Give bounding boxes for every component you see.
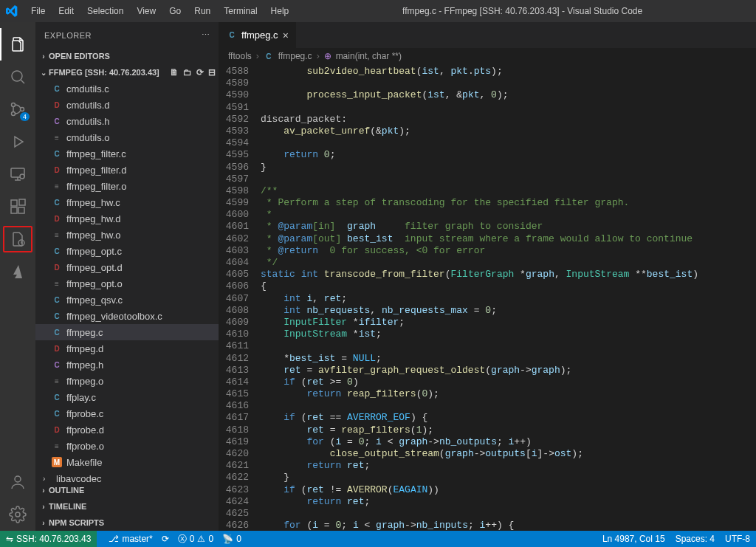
file-ffmpeg-d[interactable]: Dffmpeg.d <box>35 340 219 357</box>
file-ffmpeg_hw-o[interactable]: ≡ffmpeg_hw.o <box>35 227 219 243</box>
menu-run[interactable]: Run <box>188 3 216 19</box>
activity-settings[interactable] <box>0 498 35 531</box>
file-label: ffprobe.d <box>66 424 104 436</box>
d-file-icon: D <box>52 213 62 224</box>
d-file-icon: D <box>52 424 62 435</box>
tab-label: ffmpeg.c <box>241 30 278 41</box>
breadcrumb[interactable]: fftools › C ffmpeg.c › ⊕ main(int, char … <box>219 48 756 64</box>
chevron-down-icon: ⌄ <box>38 69 49 77</box>
svg-rect-7 <box>11 207 17 213</box>
file-ffmpeg_filter-o[interactable]: ≡ffmpeg_filter.o <box>35 178 219 194</box>
status-spaces[interactable]: Spaces: 4 <box>676 534 715 544</box>
close-icon[interactable]: × <box>283 30 289 41</box>
section-outline[interactable]: › OUTLINE <box>35 482 219 498</box>
file-cmdutils-h[interactable]: Ccmdutils.h <box>35 113 219 129</box>
line-gutter: 4588458945904591459245934594459545964597… <box>219 64 261 531</box>
menu-help[interactable]: Help <box>265 3 295 19</box>
section-project[interactable]: ⌄ FFMPEG [SSH: 40.76.203.43] 🗎 🗀 ⟳ ⊟ <box>35 64 219 80</box>
menu-go[interactable]: Go <box>163 3 187 19</box>
status-bar: ⇋ SSH: 40.76.203.43 ⎇ master* ⟳ ⓧ0 ⚠0 📡0… <box>0 531 756 547</box>
breadcrumb-file[interactable]: ffmpeg.c <box>278 51 312 61</box>
file-label: ffmpeg_opt.o <box>66 278 123 289</box>
file-label: ffmpeg.d <box>66 343 103 354</box>
activity-explorer[interactable] <box>0 28 35 61</box>
section-timeline[interactable]: › TIMELINE <box>35 498 219 515</box>
menu-view[interactable]: View <box>131 3 162 19</box>
section-npm-scripts[interactable]: › NPM SCRIPTS <box>35 515 219 531</box>
tab-ffmpeg-c[interactable]: C ffmpeg.c × <box>219 22 297 48</box>
chevron-right-icon: › <box>38 503 49 511</box>
object-file-icon: ≡ <box>52 230 62 240</box>
status-ln-col[interactable]: Ln 4987, Col 15 <box>602 534 665 544</box>
activity-extensions[interactable] <box>0 190 35 223</box>
file-cmdutils-o[interactable]: ≡cmdutils.o <box>35 129 219 145</box>
file-label: ffprobe.c <box>66 408 103 419</box>
chevron-right-icon: › <box>43 475 52 483</box>
status-ports[interactable]: 📡0 <box>222 534 241 544</box>
folder-libavcodec[interactable]: ›libavcodec <box>35 470 219 482</box>
file-ffmpeg_filter-d[interactable]: Dffmpeg_filter.d <box>35 162 219 178</box>
menu-edit[interactable]: Edit <box>52 3 80 19</box>
h-file-icon: C <box>52 116 62 126</box>
title-bar: File Edit Selection View Go Run Terminal… <box>0 0 756 22</box>
activity-settings-sync[interactable] <box>0 223 35 255</box>
chevron-right-icon: › <box>38 52 49 61</box>
chevron-right-icon: › <box>38 519 49 527</box>
c-file-icon: C <box>52 327 62 337</box>
file-ffmpeg_hw-c[interactable]: Cffmpeg_hw.c <box>35 194 219 210</box>
new-file-icon[interactable]: 🗎 <box>170 67 179 78</box>
status-branch[interactable]: ⎇ master* <box>109 534 152 544</box>
file-ffprobe-o[interactable]: ≡ffprobe.o <box>35 438 219 454</box>
activity-remote-explorer[interactable] <box>0 158 35 190</box>
error-icon: ⓧ <box>178 533 187 546</box>
file-ffplay-c[interactable]: Cffplay.c <box>35 389 219 405</box>
section-open-editors[interactable]: › OPEN EDITORS <box>35 48 219 64</box>
status-encoding[interactable]: UTF-8 <box>725 534 750 544</box>
remote-icon: ⇋ <box>6 534 13 544</box>
file-cmdutils-c[interactable]: Ccmdutils.c <box>35 80 219 97</box>
refresh-icon[interactable]: ⟳ <box>196 67 204 78</box>
status-problems[interactable]: ⓧ0 ⚠0 <box>178 533 213 546</box>
file-tree[interactable]: Ccmdutils.cDcmdutils.dCcmdutils.h≡cmduti… <box>35 80 219 482</box>
file-label: ffmpeg_hw.o <box>66 230 120 241</box>
file-ffprobe-c[interactable]: Cffprobe.c <box>35 405 219 422</box>
activity-azure[interactable] <box>0 255 35 288</box>
file-ffmpeg_hw-d[interactable]: Dffmpeg_hw.d <box>35 210 219 227</box>
menu-terminal[interactable]: Terminal <box>218 3 263 19</box>
file-ffmpeg_videotoolbox-c[interactable]: Cffmpeg_videotoolbox.c <box>35 308 219 324</box>
status-sync[interactable]: ⟳ <box>162 534 169 544</box>
breadcrumb-symbol[interactable]: main(int, char **) <box>336 51 402 61</box>
file-label: ffprobe.o <box>66 441 104 452</box>
activity-scm[interactable]: 4 <box>0 93 35 125</box>
file-ffmpeg-o[interactable]: ≡ffmpeg.o <box>35 373 219 389</box>
file-ffmpeg-c[interactable]: Cffmpeg.c <box>35 324 219 340</box>
file-ffprobe-d[interactable]: Dffprobe.d <box>35 422 219 438</box>
sidebar-more-icon[interactable]: ⋯ <box>202 30 210 40</box>
code-content[interactable]: sub2video_heartbeat(ist, pkt.pts); proce… <box>261 64 756 531</box>
status-remote[interactable]: ⇋ SSH: 40.76.203.43 <box>0 531 97 547</box>
menu-selection[interactable]: Selection <box>81 3 129 19</box>
sidebar-title: EXPLORER <box>44 31 92 40</box>
d-file-icon: D <box>52 262 62 272</box>
file-ffmpeg_filter-c[interactable]: Cffmpeg_filter.c <box>35 145 219 162</box>
activity-accounts[interactable] <box>0 466 35 498</box>
file-ffmpeg-h[interactable]: Cffmpeg.h <box>35 357 219 373</box>
outline-label: OUTLINE <box>49 486 84 495</box>
new-folder-icon[interactable]: 🗀 <box>183 67 192 78</box>
activity-run-debug[interactable] <box>0 125 35 158</box>
menu-file[interactable]: File <box>25 3 51 19</box>
breadcrumb-folder[interactable]: fftools <box>228 51 252 61</box>
file-label: ffmpeg_filter.o <box>66 181 126 192</box>
activity-search[interactable] <box>0 61 35 93</box>
code-editor[interactable]: 4588458945904591459245934594459545964597… <box>219 64 756 531</box>
file-Makefile[interactable]: MMakefile <box>35 454 219 470</box>
file-ffmpeg_opt-c[interactable]: Cffmpeg_opt.c <box>35 243 219 259</box>
file-label: ffmpeg_opt.c <box>66 246 122 257</box>
chevron-right-icon: › <box>256 51 259 61</box>
svg-rect-6 <box>11 200 17 206</box>
collapse-icon[interactable]: ⊟ <box>208 67 216 78</box>
file-ffmpeg_opt-d[interactable]: Dffmpeg_opt.d <box>35 259 219 275</box>
file-cmdutils-d[interactable]: Dcmdutils.d <box>35 97 219 113</box>
file-ffmpeg_qsv-c[interactable]: Cffmpeg_qsv.c <box>35 292 219 308</box>
file-ffmpeg_opt-o[interactable]: ≡ffmpeg_opt.o <box>35 275 219 292</box>
